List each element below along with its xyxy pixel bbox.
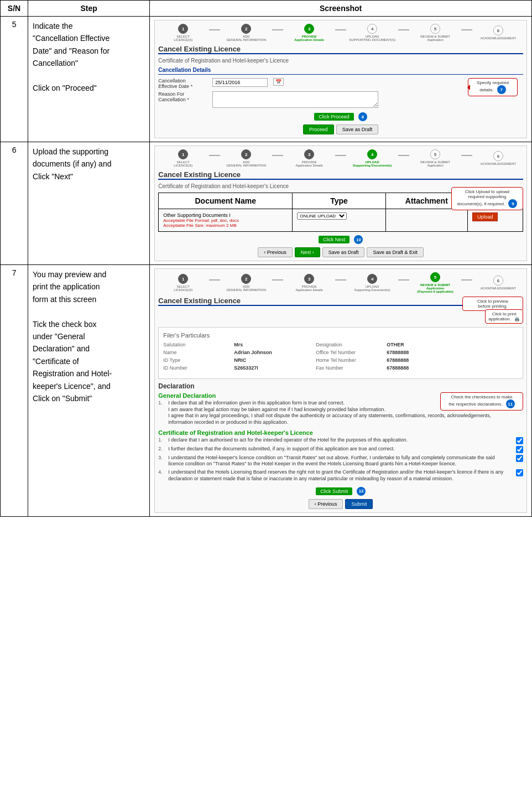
row7-screenshot: 1 SELECTLICENCE(S) 2 ADDGENERAL INFORMAT…: [150, 265, 532, 517]
id-type-value: NRIC: [234, 357, 311, 363]
prog-circle-6: 6: [493, 25, 503, 35]
prog-step-6c: 6 ACKNOWLEDGEMENT: [473, 276, 523, 290]
save-draft-button-5[interactable]: Save as Draft: [336, 124, 379, 134]
reason-textarea[interactable]: [212, 91, 378, 108]
salutation-value: Mrs: [234, 342, 311, 347]
header-step: Step: [28, 1, 150, 17]
prog-step-5: 5 REVIEW & SUBMITApplication: [410, 24, 460, 41]
row7-sn: 7: [1, 265, 28, 517]
badge-12: 12: [357, 487, 366, 496]
prog-circle-4: 4: [367, 24, 377, 34]
particulars-grid: Salutation Mrs Designation OTHER Name Ad…: [163, 342, 518, 371]
id-type-label: ID Type: [163, 357, 230, 363]
upload-button[interactable]: Upload: [472, 212, 498, 221]
prog-step-6b: 6 ACKNOWLEDGEMENT: [473, 151, 523, 165]
doc-attachment-cell: [385, 209, 467, 232]
row7-step: You may preview and print the applicatio…: [28, 265, 150, 517]
doc-type-select[interactable]: ONLINE UPLOAD: [297, 212, 347, 220]
screenshot-row6: 1 SELECTLICENCE(S) 2 ADDGENERAL INFORMAT…: [154, 146, 527, 261]
doc-col-name: Document Name: [159, 193, 293, 209]
prog-step-4b: 4 UPLOADSupporting Document(s): [347, 149, 397, 167]
prog-step-3b: 3 PROVIDEApplication Details: [284, 149, 334, 167]
doc-action-cell: Upload: [467, 209, 523, 232]
doc-type-cell: ONLINE UPLOAD: [293, 209, 386, 232]
prog-step-2c: 2 ADDGENERAL INFORMATION: [221, 274, 271, 292]
cert-decl-item-4: 4. I understand that the Hotels Licensin…: [158, 469, 523, 482]
doc-table-row: Other Supporting Documents I Acceptable …: [159, 209, 523, 232]
filers-particulars-box: Filer's Particulars Salutation Mrs Desig…: [158, 327, 523, 379]
click-next-callout[interactable]: Click Next: [319, 236, 350, 243]
prog-step-4: 4 UPLOADSUPPORTING DOCUMENT(S): [347, 24, 397, 41]
cert-decl-checkbox-4[interactable]: [516, 469, 523, 476]
previous-button-7[interactable]: ‹ Previous: [309, 499, 343, 509]
header-screenshot: Screenshot: [150, 1, 532, 17]
calendar-icon[interactable]: 📅: [273, 78, 284, 86]
proceed-button[interactable]: Proceed: [303, 124, 334, 134]
callout-9: Click Upload to upload required supporti…: [451, 187, 523, 210]
button-row-6: ‹ Previous Next › Save as Draft Save as …: [158, 247, 523, 257]
row5-step: Indicate the "Cancellation Effective Dat…: [28, 17, 150, 142]
badge-10: 10: [354, 235, 363, 244]
row5-screenshot: 1 SELECTLICENCE(S) 2 ADDGENERAL INFORMAT…: [150, 17, 532, 142]
prog-step-2: 2 ADDGENERAL INFORMATION: [221, 24, 271, 41]
screenshot-row7: 1 SELECTLICENCE(S) 2 ADDGENERAL INFORMAT…: [154, 268, 527, 513]
name-value: Adrian Johnson: [234, 350, 311, 355]
badge-8: 8: [358, 112, 367, 121]
row6-step: Upload the supporting documents (if any)…: [28, 142, 150, 265]
header-sn: S/N: [1, 1, 28, 17]
progress-bar-row6: 1 SELECTLICENCE(S) 2 ADDGENERAL INFORMAT…: [158, 149, 523, 167]
cert-decl-title: Certificate of Registration and Hotel-ke…: [158, 429, 523, 436]
cert-decl-item-2: 2. I further declare that the documents …: [158, 446, 523, 453]
fax-label: Fax Number: [316, 365, 382, 371]
row6-sn: 6: [1, 142, 28, 265]
home-tel-label: Home Tel Number: [316, 357, 382, 363]
particulars-title: Filer's Particulars: [163, 332, 518, 339]
name-label: Name: [163, 350, 230, 355]
section-title-row5: Cancel Existing Licence: [158, 45, 523, 54]
save-exit-button-6[interactable]: Save as Draft & Exit: [367, 247, 424, 257]
save-draft-button-6[interactable]: Save as Draft: [322, 247, 365, 257]
callout-print: Click to print application. 🖨️: [485, 309, 523, 324]
cert-decl-item-1: 1. I declare that I am authorised to act…: [158, 437, 523, 444]
prog-circle-1: 1: [178, 24, 188, 34]
click-submit-callout[interactable]: Click Submit: [316, 487, 352, 495]
doc-name-cell: Other Supporting Documents I Acceptable …: [159, 209, 293, 232]
effective-date-input[interactable]: [212, 78, 268, 87]
row6-screenshot: 1 SELECTLICENCE(S) 2 ADDGENERAL INFORMAT…: [150, 142, 532, 265]
progress-bar-row5: 1 SELECTLICENCE(S) 2 ADDGENERAL INFORMAT…: [158, 24, 523, 41]
prog-step-5b: 5 REVIEW & SUBMITApplication: [410, 149, 460, 167]
cert-decl-checkbox-2[interactable]: [516, 446, 523, 453]
main-table: S/N Step Screenshot 5 Indicate the "Canc…: [0, 0, 532, 517]
section-subtitle-row5: Certificate of Registration and Hotel-ke…: [158, 58, 523, 64]
click-proceed-callout[interactable]: Click Proceed: [314, 113, 354, 121]
prog-step-2b: 2 ADDGENERAL INFORMATION: [221, 149, 271, 167]
reason-label: Reason For Cancellation *: [158, 91, 208, 102]
declaration-title: Declaration: [158, 382, 523, 390]
row5-sn: 5: [1, 17, 28, 142]
previous-button-6[interactable]: ‹ Previous: [258, 247, 293, 257]
prog-step-3: 3 PROVIDEApplication Details: [284, 24, 334, 41]
badge-7: 7: [497, 85, 506, 94]
prog-step-1c: 1 SELECTLICENCE(S): [158, 274, 208, 292]
callout-11: Check the checkboxes to make the respect…: [440, 392, 523, 411]
badge-9: 9: [508, 199, 517, 208]
screenshot-row5: 1 SELECTLICENCE(S) 2 ADDGENERAL INFORMAT…: [154, 20, 527, 138]
prog-circle-2: 2: [241, 24, 251, 34]
salutation-label: Salutation: [163, 342, 230, 347]
home-tel-value: 67888888: [387, 357, 464, 363]
prog-step-1: 1 SELECTLICENCE(S): [158, 24, 208, 41]
cert-decl-checkbox-3[interactable]: [516, 455, 523, 462]
prog-step-6: 6 ACKNOWLEDGEMENT: [473, 25, 523, 40]
button-row-7: ‹ Previous Submit: [158, 499, 523, 509]
office-tel-label: Office Tel Number: [316, 350, 382, 355]
table-row: 6 Upload the supporting documents (if an…: [1, 142, 532, 265]
callout-7: Specify required details. 7: [468, 78, 518, 96]
section-title-row6: Cancel Existing Licence: [158, 170, 523, 180]
prog-step-1b: 1 SELECTLICENCE(S): [158, 149, 208, 167]
designation-value: OTHER: [387, 342, 464, 347]
next-button-6[interactable]: Next ›: [295, 247, 320, 257]
submit-button[interactable]: Submit: [345, 499, 373, 509]
prog-step-4c: 4 UPLOADSupporting Document(s): [347, 274, 397, 292]
id-number-value: S2653327I: [234, 365, 311, 371]
cert-decl-checkbox-1[interactable]: [516, 437, 523, 444]
